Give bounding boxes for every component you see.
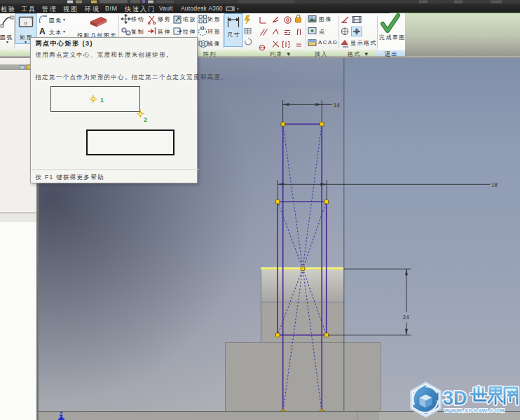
svg-text:2: 2 bbox=[144, 116, 147, 123]
svg-text:3D: 3D bbox=[443, 388, 467, 409]
svg-text:A: A bbox=[39, 27, 46, 36]
svg-text:o: o bbox=[25, 20, 27, 25]
svg-text:1: 1 bbox=[100, 97, 104, 104]
svg-text:WWW.3DSJW.COM: WWW.3DSJW.COM bbox=[444, 407, 505, 414]
